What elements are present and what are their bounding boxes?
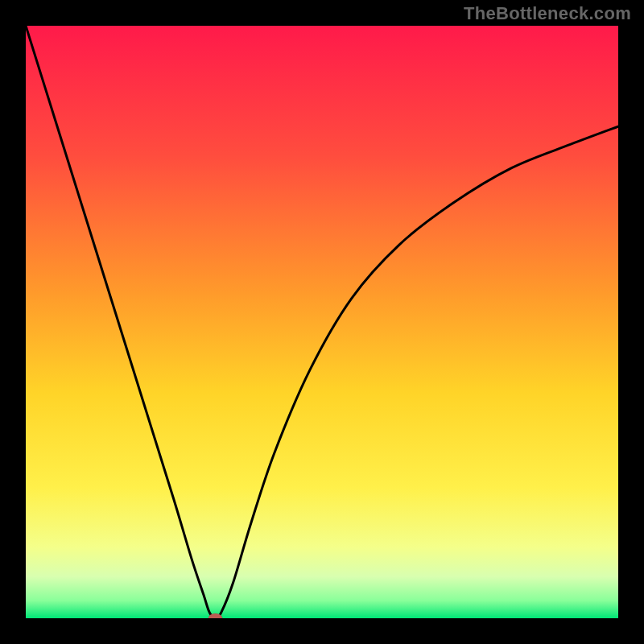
gradient-background (26, 26, 618, 618)
plot-svg (26, 26, 618, 618)
chart-frame: TheBottleneck.com (0, 0, 644, 644)
watermark-label: TheBottleneck.com (464, 3, 631, 24)
plot-area (26, 26, 618, 618)
